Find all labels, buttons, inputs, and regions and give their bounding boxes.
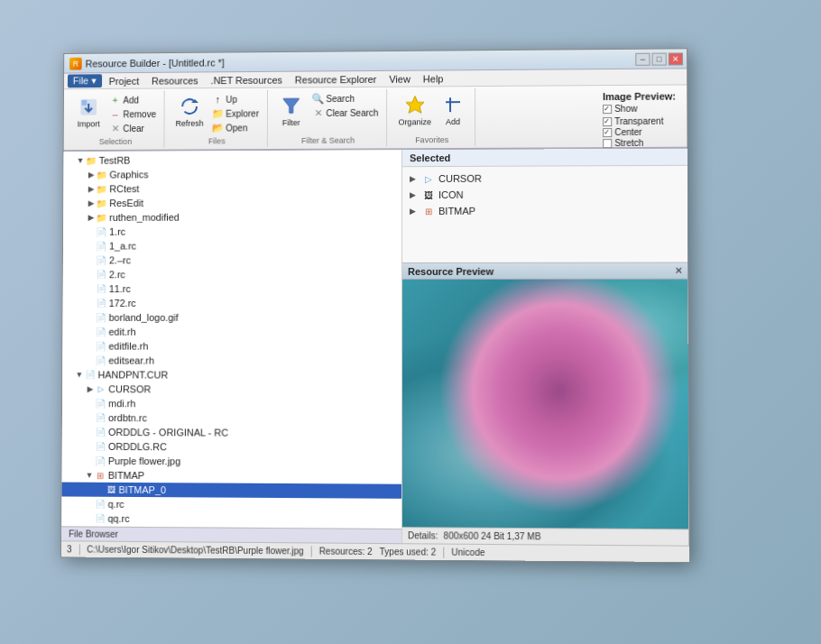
tree-item-orddlg[interactable]: 📄 ORDDLG.RC xyxy=(62,439,401,455)
tree-label-ruthen-modified: ruthen_modified xyxy=(109,212,180,223)
icon-toggle[interactable]: ▶ xyxy=(410,190,419,199)
filter-label: Filter xyxy=(282,118,300,128)
toggle-ruthen-modified[interactable]: ▶ xyxy=(87,213,96,222)
files-group-label: Files xyxy=(208,136,226,145)
menu-project[interactable]: Project xyxy=(104,74,144,87)
tree-item-graphics[interactable]: ▶ 📁 Graphics xyxy=(63,166,401,181)
resource-item-bitmap[interactable]: ▶ ⊞ BITMAP xyxy=(406,202,684,219)
transparent-checkbox[interactable] xyxy=(603,117,612,126)
organize-icon xyxy=(402,92,428,117)
organize-label: Organize xyxy=(398,117,431,127)
explorer-button[interactable]: 📁 Explorer xyxy=(209,106,263,121)
toggle-rctest[interactable]: ▶ xyxy=(87,184,96,193)
ribbon: Import + Add – Remove ✕ Clear xyxy=(64,85,687,152)
add-button[interactable]: + Add xyxy=(106,92,159,106)
tree-label-qq-rc: qq.rc xyxy=(107,513,129,524)
file-icon-2rc: 📄 xyxy=(95,254,107,267)
toggle-cursor[interactable]: ▶ xyxy=(86,384,95,393)
menu-view[interactable]: View xyxy=(383,72,416,85)
search-label: Search xyxy=(326,93,355,103)
toggle-bitmap[interactable]: ▼ xyxy=(85,471,94,480)
center-checkbox[interactable] xyxy=(603,128,612,137)
menu-net-resources[interactable]: .NET Resources xyxy=(206,73,288,87)
tree-item-rctest[interactable]: ▶ 📁 RCtest xyxy=(63,180,401,196)
tree-item-172rc[interactable]: 📄 172.rc xyxy=(63,296,401,310)
menu-help[interactable]: Help xyxy=(418,72,449,85)
status-count: 3 xyxy=(67,544,72,554)
up-button[interactable]: ↑ Up xyxy=(209,92,263,106)
status-bar: 3 C:\Users\Igor Sitikov\Desktop\TestRB\P… xyxy=(61,540,688,562)
file-icon-qq-rc: 📄 xyxy=(94,512,106,525)
toggle-resedit[interactable]: ▶ xyxy=(87,198,96,207)
tree-item-mdi[interactable]: 📄 mdi.rh xyxy=(62,396,401,411)
preview-image-area xyxy=(402,280,688,529)
maximize-button[interactable]: □ xyxy=(652,52,667,65)
center-label: Center xyxy=(614,127,641,137)
folder-icon-resedit: 📁 xyxy=(96,197,108,209)
resource-item-icon[interactable]: ▶ 🖼 ICON xyxy=(406,186,684,203)
file-icon-editsear: 📄 xyxy=(95,354,107,367)
resource-preview-panel: Resource Preview ✕ Details: 800x600 24 B… xyxy=(402,262,689,546)
tree-item-editsear[interactable]: 📄 editsear.rh xyxy=(62,353,401,368)
resource-item-cursor[interactable]: ▶ ▷ CURSOR xyxy=(406,170,684,187)
tree-item-edit-rh[interactable]: 📄 edit.rh xyxy=(62,325,401,339)
tree-item-resedit[interactable]: ▶ 📁 ResEdit xyxy=(63,195,401,210)
tree-item-2_rc[interactable]: 📄 2.rc xyxy=(63,267,401,281)
organize-button[interactable]: Organize xyxy=(394,90,435,129)
tree-item-testRB[interactable]: ▼ 📁 TestRB xyxy=(64,152,402,168)
toggle-handpnt[interactable]: ▼ xyxy=(75,370,84,379)
svg-rect-5 xyxy=(449,97,451,112)
search-small-buttons: 🔍 Search ✕ Clear Search xyxy=(309,91,382,120)
preview-details: Details: 800x600 24 Bit 1,37 MB xyxy=(402,527,689,546)
tree-item-handpnt[interactable]: ▼ 📄 HANDPNT.CUR xyxy=(62,367,401,382)
tree-item-orddlg-original[interactable]: 📄 ORDDLG - ORIGINAL - RC xyxy=(62,425,401,441)
import-icon xyxy=(76,95,101,120)
stretch-checkbox[interactable] xyxy=(603,139,612,148)
tree-label-172rc: 172.rc xyxy=(109,298,136,308)
add-fav-button[interactable]: Add xyxy=(437,90,469,129)
refresh-button[interactable]: Refresh xyxy=(172,92,208,131)
menu-file[interactable]: File ▾ xyxy=(68,74,102,87)
search-icon: 🔍 xyxy=(312,92,325,105)
clear-button[interactable]: ✕ Clear xyxy=(106,121,159,135)
preview-close-btn[interactable]: ✕ xyxy=(675,266,682,276)
tree-item-editfile[interactable]: 📄 editfile.rh xyxy=(62,339,401,354)
ribbon-content: Import + Add – Remove ✕ Clear xyxy=(64,85,687,150)
bitmap-toggle[interactable]: ▶ xyxy=(410,207,419,216)
tree-item-cursor-child[interactable]: ▶ ▷ CURSOR xyxy=(62,382,401,397)
bitmap-res-icon: ⊞ xyxy=(422,206,435,216)
tree-item-ordbtn[interactable]: 📄 ordbtn.rc xyxy=(62,410,401,426)
open-button[interactable]: 📂 Open xyxy=(208,120,262,134)
cursor-res-icon: ▷ xyxy=(422,174,435,184)
cursor-toggle[interactable]: ▶ xyxy=(410,174,419,183)
open-label: Open xyxy=(226,123,247,133)
tree-item-borland[interactable]: 📄 borland_logo.gif xyxy=(63,310,401,325)
filter-button[interactable]: Filter xyxy=(275,91,308,130)
tree-item-2rc[interactable]: 📄 2.–rc xyxy=(63,253,401,267)
tree-label-resedit: ResEdit xyxy=(109,198,143,208)
show-checkbox[interactable] xyxy=(603,105,612,114)
import-button[interactable]: Import xyxy=(73,93,105,131)
window-title: Resource Builder - [Untitled.rc *] xyxy=(86,57,225,69)
status-types: Types used: 2 xyxy=(380,547,437,557)
files-buttons: Refresh ↑ Up 📁 Explorer 📂 O xyxy=(172,92,263,135)
ribbon-group-filter: Filter 🔍 Search ✕ Clear Search Filter & … xyxy=(270,89,388,147)
search-button[interactable]: 🔍 Search xyxy=(309,91,382,106)
remove-button[interactable]: – Remove xyxy=(106,106,159,121)
stretch-row: Stretch xyxy=(603,138,676,148)
tree-item-ruthen-modified[interactable]: ▶ 📁 ruthen_modified xyxy=(63,209,401,225)
tree-item-1rc[interactable]: 📄 1.rc xyxy=(63,224,401,239)
toggle-graphics[interactable]: ▶ xyxy=(87,170,96,179)
file-tree[interactable]: ▼ 📁 TestRB ▶ 📁 Graphics ▶ 📁 RCtest xyxy=(61,150,401,529)
menu-resource-explorer[interactable]: Resource Explorer xyxy=(290,72,382,86)
close-button[interactable]: ✕ xyxy=(669,52,683,65)
toggle-testRB[interactable]: ▼ xyxy=(76,156,85,165)
clear-search-button[interactable]: ✕ Clear Search xyxy=(309,106,382,120)
bitmap-res-label: BITMAP xyxy=(438,206,475,216)
remove-label: Remove xyxy=(123,109,156,119)
minimize-button[interactable]: – xyxy=(635,52,650,65)
menu-resources[interactable]: Resources xyxy=(146,74,204,87)
tree-item-1arc[interactable]: 📄 1_a.rc xyxy=(63,238,401,253)
tree-item-11rc[interactable]: 📄 11.rc xyxy=(63,281,401,296)
svg-marker-4 xyxy=(406,96,424,113)
